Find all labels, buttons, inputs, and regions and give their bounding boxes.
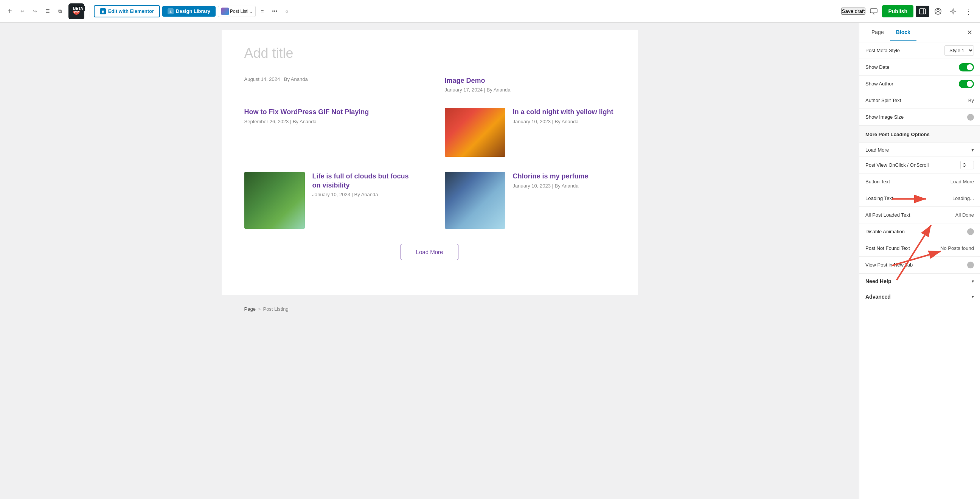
copy-button[interactable]: ⧉ bbox=[55, 6, 65, 17]
post-meta-3: September 26, 2023 | By Ananda bbox=[244, 119, 415, 124]
sidebar-toggle-button[interactable] bbox=[916, 6, 929, 17]
button-text-value: Load More bbox=[950, 179, 974, 184]
collapse-button[interactable]: « bbox=[283, 6, 291, 16]
page-canvas: Add title August 14, 2024 | By Ananda Im… bbox=[222, 30, 638, 295]
block-list-button[interactable]: ≡ bbox=[258, 6, 267, 16]
post-not-found-value: No Posts found bbox=[940, 245, 974, 251]
undo-button[interactable]: ↩ bbox=[18, 6, 28, 16]
undo-icon: ↩ bbox=[21, 8, 25, 14]
panel-close-button[interactable]: ✕ bbox=[965, 27, 974, 38]
need-help-row[interactable]: Need Help ▾ bbox=[859, 273, 980, 289]
more-post-loading-row: More Post Loading Options bbox=[859, 126, 980, 143]
post-thumbnail-4 bbox=[445, 108, 505, 157]
button-text-label: Button Text bbox=[865, 179, 890, 184]
panel-header: Page Block ✕ bbox=[859, 23, 980, 42]
post-not-found-label: Post Not Found Text bbox=[865, 245, 910, 251]
load-more-chevron-icon: ▾ bbox=[971, 147, 974, 153]
toolbar-separator-1 bbox=[90, 6, 90, 17]
svg-text:S: S bbox=[169, 10, 172, 14]
show-author-row: Show Author bbox=[859, 76, 980, 92]
post-title-3[interactable]: How to Fix WordPress GIF Not Playing bbox=[244, 108, 415, 116]
post-view-onclick-label: Post View OnClick / OnScroll bbox=[865, 162, 929, 168]
post-view-onclick-row: Post View OnClick / OnScroll bbox=[859, 157, 980, 173]
loading-text-value: Loading... bbox=[952, 195, 974, 201]
all-post-loaded-label: All Post Loaded Text bbox=[865, 212, 910, 218]
advanced-row[interactable]: Advanced ▾ bbox=[859, 289, 980, 304]
post-meta-style-select[interactable]: Style 1 Style 2 bbox=[945, 45, 974, 56]
post-item-3: How to Fix WordPress GIF Not Playing Sep… bbox=[244, 108, 415, 157]
breadcrumb: Page > Post Listing bbox=[222, 302, 638, 316]
show-author-slider bbox=[959, 80, 974, 88]
load-more-button[interactable]: Load More bbox=[401, 244, 459, 260]
elementor-btn-label: Edit with Elementor bbox=[108, 8, 154, 14]
chevron-left-icon: « bbox=[286, 8, 288, 14]
post-view-onclick-input[interactable] bbox=[960, 161, 974, 169]
post-title-2[interactable]: Image Demo bbox=[445, 76, 615, 85]
post-content-5: Life is full of clouds but focus on visi… bbox=[312, 172, 415, 229]
show-author-toggle[interactable] bbox=[959, 80, 974, 88]
sparkle-button[interactable] bbox=[947, 6, 959, 17]
tab-block[interactable]: Block bbox=[890, 24, 916, 41]
post-item-4: In a cold night with yellow light Januar… bbox=[445, 108, 615, 157]
sidebar-panel: Page Block ✕ Post Meta Style Style 1 Sty… bbox=[859, 23, 980, 499]
breadcrumb-separator: > bbox=[258, 306, 261, 312]
add-block-button[interactable]: + bbox=[5, 5, 15, 18]
breadcrumb-current: Post Listing bbox=[263, 306, 288, 312]
svg-rect-6 bbox=[870, 9, 877, 13]
post-title-5[interactable]: Life is full of clouds but focus on visi… bbox=[312, 172, 415, 190]
post-meta-1: August 14, 2024 | By Ananda bbox=[244, 76, 415, 82]
post-not-found-row: Post Not Found Text No Posts found bbox=[859, 240, 980, 257]
author-split-text-label: Author Split Text bbox=[865, 97, 901, 103]
show-image-size-toggle[interactable] bbox=[967, 114, 974, 121]
post-thumbnail-6 bbox=[445, 172, 505, 229]
more-options-button[interactable]: ••• bbox=[269, 6, 280, 16]
post-meta-style-label: Post Meta Style bbox=[865, 48, 900, 53]
panel-tabs: Page Block bbox=[865, 24, 965, 41]
page-title-placeholder[interactable]: Add title bbox=[244, 45, 615, 61]
show-author-label: Show Author bbox=[865, 81, 893, 87]
user-icon-button[interactable] bbox=[932, 6, 945, 17]
show-date-toggle[interactable] bbox=[959, 63, 974, 72]
save-draft-button[interactable]: Save draft bbox=[841, 8, 866, 15]
monitor-icon bbox=[870, 8, 878, 14]
loading-text-row: Loading Text Loading... bbox=[859, 190, 980, 207]
show-date-label: Show Date bbox=[865, 64, 889, 70]
breadcrumb-page[interactable]: Page bbox=[244, 306, 256, 312]
post-item-1: August 14, 2024 | By Ananda bbox=[244, 76, 415, 93]
show-image-size-label: Show Image Size bbox=[865, 114, 904, 120]
post-title-6[interactable]: Chlorine is my perfume bbox=[513, 172, 589, 181]
design-library-button[interactable]: S Design Library bbox=[162, 6, 216, 17]
redo-button[interactable]: ↪ bbox=[30, 6, 40, 16]
show-image-size-row: Show Image Size bbox=[859, 109, 980, 126]
beta-label: BETA bbox=[71, 6, 85, 11]
post-content-6: Chlorine is my perfume January 10, 2023 … bbox=[513, 172, 589, 229]
post-meta-6: January 10, 2023 | By Ananda bbox=[513, 183, 589, 189]
wp-menu-button[interactable]: ⋮ bbox=[962, 5, 975, 18]
post-title-4[interactable]: In a cold night with yellow light bbox=[513, 108, 614, 116]
disable-animation-toggle[interactable] bbox=[967, 228, 974, 235]
main-area: Add title August 14, 2024 | By Ananda Im… bbox=[0, 23, 980, 499]
post-meta-2: January 17, 2024 | By Ananda bbox=[445, 87, 615, 93]
advanced-chevron-icon: ▾ bbox=[972, 294, 974, 299]
list-icon: ☰ bbox=[45, 8, 50, 14]
edit-with-elementor-button[interactable]: E Edit with Elementor bbox=[94, 5, 160, 17]
publish-button[interactable]: Publish bbox=[882, 5, 913, 17]
view-post-new-tab-toggle[interactable] bbox=[967, 262, 974, 269]
svg-rect-7 bbox=[920, 9, 926, 14]
sparkle-icon bbox=[950, 8, 956, 15]
author-split-text-row: Author Split Text By bbox=[859, 92, 980, 109]
design-library-icon: S bbox=[167, 8, 173, 14]
plus-icon: + bbox=[8, 7, 12, 16]
list-view-button[interactable]: ☰ bbox=[42, 6, 53, 16]
elementor-icon: E bbox=[100, 8, 106, 14]
load-more-dropdown-row[interactable]: Load More ▾ bbox=[859, 143, 980, 157]
advanced-label: Advanced bbox=[865, 294, 891, 300]
all-post-loaded-value: All Done bbox=[955, 212, 974, 218]
monitor-button[interactable] bbox=[868, 6, 880, 17]
panel-body: Post Meta Style Style 1 Style 2 Show Dat… bbox=[859, 42, 980, 499]
show-date-row: Show Date bbox=[859, 59, 980, 76]
need-help-chevron-icon: ▾ bbox=[972, 279, 974, 284]
tab-page[interactable]: Page bbox=[865, 24, 890, 41]
post-listing-button[interactable]: Post Listi... bbox=[218, 6, 256, 17]
svg-point-9 bbox=[937, 10, 939, 12]
